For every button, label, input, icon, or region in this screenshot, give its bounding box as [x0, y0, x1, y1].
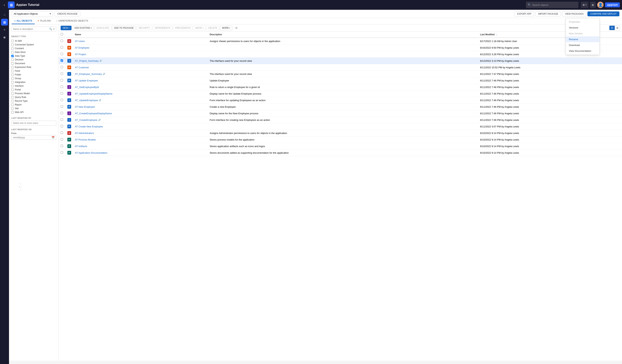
filter-query-rule-checkbox[interactable] [11, 96, 14, 98]
object-name-link[interactable]: AT Process Models [75, 138, 96, 141]
row-checkbox-cell[interactable] [59, 77, 65, 84]
object-name-link[interactable]: AT Administrators [75, 132, 94, 134]
filter-decision[interactable]: Decision [11, 58, 56, 61]
filter-decision-checkbox[interactable] [11, 58, 14, 61]
filter-document-checkbox[interactable] [11, 62, 14, 65]
row-checkbox-cell[interactable] [59, 57, 65, 64]
view-packages-button[interactable]: VIEW PACKAGES [562, 11, 586, 16]
filter-data-type[interactable]: Data Type [11, 54, 56, 58]
row-checkbox-cell[interactable] [59, 64, 65, 71]
filter-group[interactable]: Group [11, 77, 56, 80]
filter-web-api-checkbox[interactable] [11, 111, 14, 114]
filter-record-type-checkbox[interactable] [11, 100, 14, 102]
filter-process-model-checkbox[interactable] [11, 92, 14, 95]
row-checkbox-cell[interactable] [59, 110, 65, 117]
filter-feed-checkbox[interactable] [11, 70, 14, 72]
filter-folder[interactable]: Folder [11, 73, 56, 77]
filter-constant-checkbox[interactable] [11, 47, 14, 50]
object-name-link[interactable]: AT_UpdateEmployeeDisplayName [75, 92, 112, 95]
filter-data-store[interactable]: Data Store [11, 50, 56, 54]
left-icon-monitor[interactable]: ◉ [1, 34, 8, 40]
menu-item-download[interactable]: Download [566, 42, 599, 48]
object-name-link[interactable]: AT Project [75, 53, 86, 56]
row-checkbox[interactable] [61, 92, 63, 95]
row-checkbox-cell[interactable] [59, 97, 65, 104]
filter-process-model[interactable]: Process Model [11, 92, 56, 95]
row-checkbox[interactable] [61, 72, 63, 75]
filter-report-checkbox[interactable] [11, 104, 14, 106]
row-checkbox[interactable] [61, 112, 63, 114]
filter-portal-checkbox[interactable] [11, 89, 14, 91]
settings-button[interactable]: ⚙ ▾ [581, 2, 588, 8]
row-checkbox[interactable] [61, 132, 63, 134]
select-all-checkbox[interactable] [61, 33, 63, 36]
row-checkbox-cell[interactable] [59, 150, 65, 156]
row-checkbox[interactable] [61, 151, 63, 154]
filter-interface[interactable]: Interface [11, 84, 56, 88]
filter-feed[interactable]: Feed [11, 69, 56, 73]
menu-item-view-documentation[interactable]: View Documentation [566, 48, 599, 54]
app-selector-dropdown[interactable]: All Application Objects ▾ [12, 11, 53, 16]
export-app-button[interactable]: EXPORT APP [514, 11, 534, 16]
row-checkbox[interactable] [61, 79, 63, 81]
compare-deploy-button[interactable]: COMPARE AND DEPLOY [587, 11, 619, 16]
user-filter-input[interactable] [11, 121, 56, 126]
date-from-input[interactable] [13, 136, 51, 139]
grid-view-button[interactable]: ⊞ [590, 2, 596, 8]
object-name-link[interactable]: AT_Employee_Summary [75, 73, 102, 76]
row-checkbox[interactable] [61, 118, 63, 121]
filter-query-rule[interactable]: Query Rule [11, 95, 56, 99]
row-checkbox-cell[interactable] [59, 143, 65, 150]
filter-integration[interactable]: Integration [11, 80, 56, 84]
row-checkbox-cell[interactable] [59, 104, 65, 110]
filter-web-api[interactable]: Web API [11, 110, 56, 114]
security-button[interactable]: SECURITY [137, 26, 152, 30]
row-checkbox-cell[interactable] [59, 123, 65, 130]
add-existing-button[interactable]: ADD EXISTING ▾ [72, 26, 94, 30]
object-name-link[interactable]: AT_CreateEmployeeDisplayName [75, 112, 112, 115]
filter-expression-rule-checkbox[interactable] [11, 66, 14, 69]
new-button[interactable]: NEW ▾ [61, 26, 72, 30]
import-package-button[interactable]: IMPORT PACKAGE [535, 11, 561, 16]
row-checkbox[interactable] [61, 66, 63, 68]
move-button[interactable]: MOVE ▾ [193, 26, 206, 30]
precedents-button[interactable]: PRECEDENTS [173, 26, 193, 30]
object-name-link[interactable]: AT Customer [75, 66, 89, 69]
object-name-link[interactable]: AT New Employee [75, 105, 95, 108]
row-checkbox[interactable] [61, 99, 63, 101]
left-icon-app[interactable]: ▦ [1, 19, 8, 25]
calendar-icon[interactable]: 📅 [52, 136, 55, 139]
filter-data-type-checkbox[interactable] [11, 55, 14, 57]
filter-record-type[interactable]: Record Type [11, 99, 56, 103]
row-checkbox[interactable] [61, 39, 63, 42]
row-checkbox-cell[interactable] [59, 84, 65, 90]
filter-constant[interactable]: Constant [11, 47, 56, 50]
refresh-button[interactable]: ↻ [234, 26, 239, 30]
row-checkbox[interactable] [61, 86, 63, 88]
row-checkbox-cell[interactable] [59, 71, 65, 77]
object-name-link[interactable]: AT Create New Employee [75, 125, 103, 128]
filter-connected-system[interactable]: Connected System [11, 43, 56, 47]
filter-site-checkbox[interactable] [11, 107, 14, 110]
back-button[interactable]: ‹ [2, 2, 6, 8]
last-modified-header[interactable]: Last Modified ↓ [478, 32, 622, 38]
row-checkbox-cell[interactable] [59, 51, 65, 57]
object-name-link[interactable]: AT Users [75, 40, 85, 43]
dependents-button[interactable]: DEPENDENTS [153, 26, 172, 30]
object-name-link[interactable]: AT_UpdateEmployee [75, 99, 98, 102]
object-name-link[interactable]: AT Artifacts [75, 145, 87, 148]
add-to-package-button[interactable]: ADD TO PACKAGE [112, 26, 136, 30]
filter-data-store-checkbox[interactable] [11, 51, 14, 54]
more-button[interactable]: MORE ▾ [220, 26, 232, 30]
row-checkbox[interactable] [61, 138, 63, 140]
object-name-link[interactable]: AT Update Employee [75, 79, 98, 82]
row-checkbox-cell[interactable] [59, 130, 65, 136]
user-avatar[interactable]: 👤 [597, 2, 603, 8]
menu-item-rename[interactable]: Rename [566, 37, 599, 42]
row-checkbox-cell[interactable] [59, 136, 65, 143]
object-name-link[interactable]: AT_CreateEmployee [75, 119, 97, 121]
row-checkbox-cell[interactable] [59, 38, 65, 44]
object-name-link[interactable]: AT_GetEmployeeById [75, 86, 99, 89]
row-checkbox[interactable] [61, 125, 63, 127]
sidebar-search-input[interactable] [13, 28, 48, 30]
